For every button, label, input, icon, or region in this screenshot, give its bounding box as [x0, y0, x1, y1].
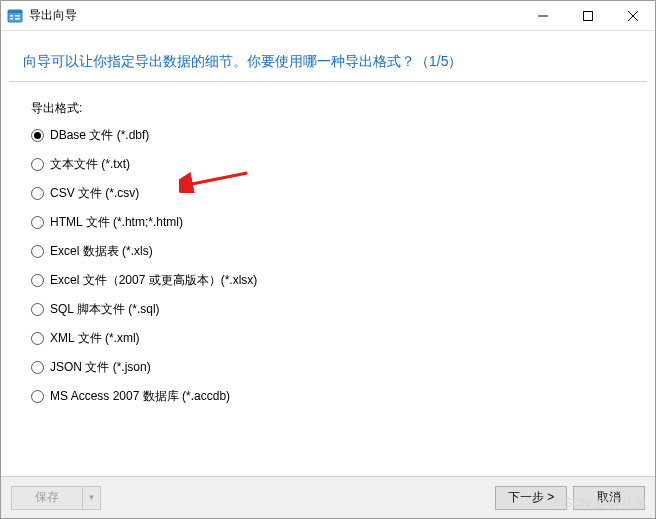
radio-icon — [31, 303, 44, 316]
format-option-csv[interactable]: CSV 文件 (*.csv) — [31, 185, 625, 202]
radio-label: Excel 数据表 (*.xls) — [50, 243, 153, 260]
footer-right: 下一步 > 取消 — [495, 486, 645, 510]
radio-icon — [31, 274, 44, 287]
format-option-dbase[interactable]: DBase 文件 (*.dbf) — [31, 127, 625, 144]
radio-icon — [31, 129, 44, 142]
svg-rect-3 — [10, 18, 13, 20]
chevron-down-icon: ▼ — [88, 493, 96, 502]
save-button[interactable]: 保存 — [11, 486, 83, 510]
export-format-label: 导出格式: — [31, 100, 625, 117]
cancel-button-label: 取消 — [597, 489, 621, 506]
svg-rect-4 — [15, 15, 20, 17]
export-wizard-window: 导出向导 向导可以让你指定导出数据的细节。你要使用哪一种导出格式？（1/5） 导… — [0, 0, 656, 519]
close-button[interactable] — [610, 1, 655, 30]
footer-left: 保存 ▼ — [11, 486, 101, 510]
save-button-label: 保存 — [35, 489, 59, 506]
window-title: 导出向导 — [29, 7, 520, 24]
radio-icon — [31, 332, 44, 345]
svg-rect-2 — [10, 15, 13, 17]
format-option-json[interactable]: JSON 文件 (*.json) — [31, 359, 625, 376]
next-button-label: 下一步 > — [508, 489, 554, 506]
save-dropdown-button[interactable]: ▼ — [83, 486, 101, 510]
radio-icon — [31, 245, 44, 258]
titlebar: 导出向导 — [1, 1, 655, 31]
radio-icon — [31, 187, 44, 200]
radio-label: XML 文件 (*.xml) — [50, 330, 140, 347]
next-button[interactable]: 下一步 > — [495, 486, 567, 510]
radio-icon — [31, 158, 44, 171]
radio-icon — [31, 216, 44, 229]
format-option-accdb[interactable]: MS Access 2007 数据库 (*.accdb) — [31, 388, 625, 405]
format-option-xls[interactable]: Excel 数据表 (*.xls) — [31, 243, 625, 260]
radio-label: JSON 文件 (*.json) — [50, 359, 151, 376]
svg-rect-5 — [15, 18, 20, 20]
radio-icon — [31, 390, 44, 403]
minimize-button[interactable] — [520, 1, 565, 30]
format-radio-group: DBase 文件 (*.dbf) 文本文件 (*.txt) CSV 文件 (*.… — [31, 127, 625, 405]
format-option-xml[interactable]: XML 文件 (*.xml) — [31, 330, 625, 347]
format-option-sql[interactable]: SQL 脚本文件 (*.sql) — [31, 301, 625, 318]
radio-label: DBase 文件 (*.dbf) — [50, 127, 149, 144]
radio-label: HTML 文件 (*.htm;*.html) — [50, 214, 183, 231]
radio-label: MS Access 2007 数据库 (*.accdb) — [50, 388, 230, 405]
radio-label: Excel 文件（2007 或更高版本）(*.xlsx) — [50, 272, 257, 289]
radio-icon — [31, 361, 44, 374]
format-option-txt[interactable]: 文本文件 (*.txt) — [31, 156, 625, 173]
radio-label: CSV 文件 (*.csv) — [50, 185, 139, 202]
svg-rect-1 — [8, 10, 22, 13]
radio-label: SQL 脚本文件 (*.sql) — [50, 301, 160, 318]
divider — [9, 81, 647, 82]
window-controls — [520, 1, 655, 30]
maximize-button[interactable] — [565, 1, 610, 30]
export-format-section: 导出格式: DBase 文件 (*.dbf) 文本文件 (*.txt) CSV … — [1, 100, 655, 405]
svg-rect-7 — [583, 11, 592, 20]
radio-label: 文本文件 (*.txt) — [50, 156, 130, 173]
format-option-html[interactable]: HTML 文件 (*.htm;*.html) — [31, 214, 625, 231]
app-icon — [7, 8, 23, 24]
cancel-button[interactable]: 取消 — [573, 486, 645, 510]
format-option-xlsx[interactable]: Excel 文件（2007 或更高版本）(*.xlsx) — [31, 272, 625, 289]
content-area: 向导可以让你指定导出数据的细节。你要使用哪一种导出格式？（1/5） 导出格式: … — [1, 31, 655, 476]
wizard-footer: 保存 ▼ 下一步 > 取消 — [1, 476, 655, 518]
wizard-heading: 向导可以让你指定导出数据的细节。你要使用哪一种导出格式？（1/5） — [1, 31, 655, 81]
